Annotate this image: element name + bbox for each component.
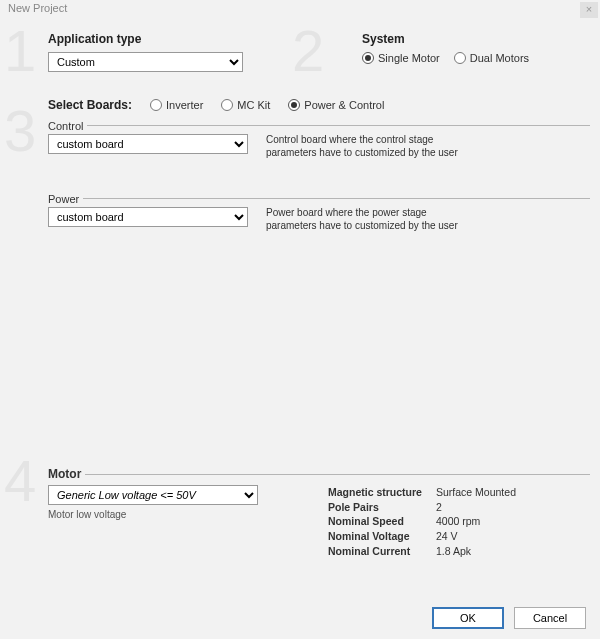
motor-select[interactable]: Generic Low voltage <= 50V [48, 485, 258, 505]
control-divider [48, 125, 590, 126]
system-radio-group: Single Motor Dual Motors [362, 52, 529, 64]
system-label: System [362, 32, 529, 46]
spec-nominal-voltage-k: Nominal Voltage [328, 529, 436, 544]
radio-mc-kit[interactable]: MC Kit [221, 99, 270, 111]
select-boards-label: Select Boards: [48, 98, 132, 112]
radio-single-motor[interactable]: Single Motor [362, 52, 440, 64]
radio-inverter-label: Inverter [166, 99, 203, 111]
spec-nominal-speed-v: 4000 rpm [436, 514, 480, 529]
power-desc: Power board where the power stage parame… [266, 207, 458, 232]
power-label: Power [48, 193, 83, 205]
spec-nominal-current-v: 1.8 Apk [436, 544, 471, 559]
radio-dual-motors-label: Dual Motors [470, 52, 529, 64]
radio-dual-motors[interactable]: Dual Motors [454, 52, 529, 64]
spec-pole-pairs-k: Pole Pairs [328, 500, 436, 515]
window-title: New Project [8, 2, 67, 14]
control-fieldset: Control custom board Control board where… [48, 120, 590, 159]
step-number-1: 1 [4, 22, 36, 80]
radio-power-control-label: Power & Control [304, 99, 384, 111]
footer-buttons: OK Cancel [432, 607, 586, 629]
ok-button[interactable]: OK [432, 607, 504, 629]
spec-mag-struct-k: Magnetic structure [328, 485, 436, 500]
step-number-3: 3 [4, 102, 36, 160]
motor-caption: Motor low voltage [48, 509, 258, 520]
row-app-sys: Application type Custom System Single Mo… [48, 32, 590, 72]
spec-nominal-voltage-v: 24 V [436, 529, 458, 544]
application-type-label: Application type [48, 32, 328, 46]
control-desc: Control board where the control stage pa… [266, 134, 458, 159]
power-divider [48, 198, 590, 199]
power-board-select[interactable]: custom board [48, 207, 248, 227]
radio-inverter[interactable]: Inverter [150, 99, 203, 111]
step-number-4: 4 [4, 452, 36, 510]
motor-specs: Magnetic structureSurface Mounted Pole P… [328, 485, 516, 558]
close-icon[interactable]: × [580, 2, 598, 18]
cancel-button[interactable]: Cancel [514, 607, 586, 629]
control-label: Control [48, 120, 87, 132]
control-board-select[interactable]: custom board [48, 134, 248, 154]
power-fieldset: Power custom board Power board where the… [48, 193, 590, 232]
radio-mc-kit-label: MC Kit [237, 99, 270, 111]
select-boards-row: Select Boards: Inverter MC Kit Power & C… [48, 98, 590, 112]
spec-nominal-speed-k: Nominal Speed [328, 514, 436, 529]
application-type-group: Application type Custom [48, 32, 328, 72]
motor-fieldset: Motor Generic Low voltage <= 50V Motor l… [48, 467, 590, 558]
content: 1 2 Application type Custom System Singl… [0, 22, 600, 558]
radio-power-control[interactable]: Power & Control [288, 99, 384, 111]
spec-nominal-current-k: Nominal Current [328, 544, 436, 559]
spec-mag-struct-v: Surface Mounted [436, 485, 516, 500]
motor-label: Motor [48, 467, 85, 481]
application-type-select[interactable]: Custom [48, 52, 243, 72]
radio-single-motor-label: Single Motor [378, 52, 440, 64]
spec-pole-pairs-v: 2 [436, 500, 442, 515]
system-group: System Single Motor Dual Motors [328, 32, 529, 72]
motor-divider [48, 474, 590, 475]
